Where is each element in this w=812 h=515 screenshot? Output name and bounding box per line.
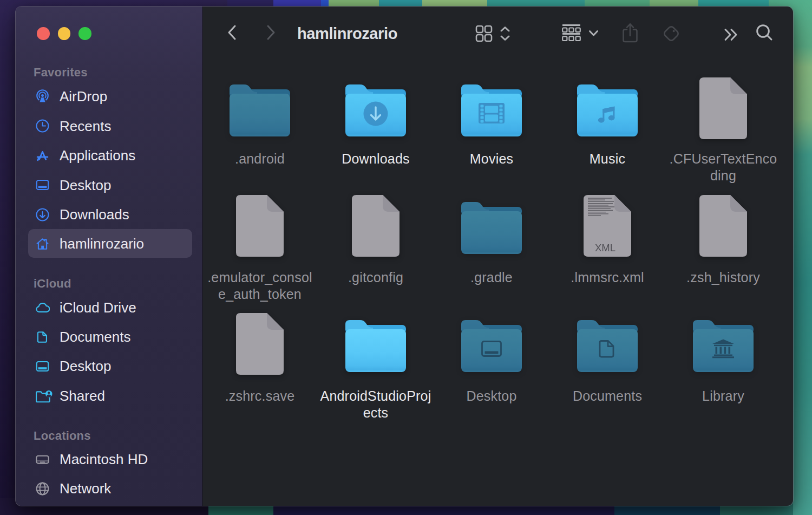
svg-text:XML: XML [595,242,615,253]
